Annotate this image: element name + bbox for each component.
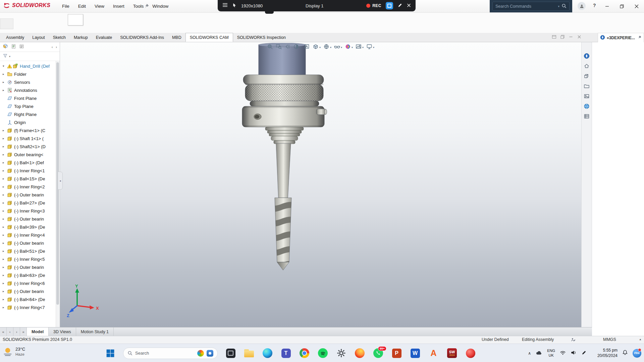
expand-arrow-icon[interactable]: ▸ xyxy=(3,161,7,164)
expand-arrow-icon[interactable]: ▾ xyxy=(3,64,7,68)
ribbon-tab-solidworks-add-ins[interactable]: SOLIDWORKS Add-Ins xyxy=(116,33,168,42)
taskbar-search[interactable]: Search xyxy=(123,348,218,359)
display-style-button[interactable]: ▾ xyxy=(323,44,331,51)
capture-area-button[interactable] xyxy=(386,2,393,9)
tree-item-ball-1-def[interactable]: ▸(-) Ball<1> (Def xyxy=(0,159,56,167)
expand-arrow-icon[interactable]: ▸ xyxy=(3,241,7,245)
tree-item-outer-bearing[interactable]: ▸Outer bearing< xyxy=(0,150,56,159)
draw-pencil-icon[interactable] xyxy=(397,3,402,9)
taskpane-3dexperience-tab[interactable]: «3DEXPERIE... xyxy=(598,33,644,42)
network-icon[interactable] xyxy=(560,350,566,357)
chevron-down-icon[interactable]: ▾ xyxy=(330,46,331,49)
image-icon[interactable] xyxy=(584,93,590,99)
expand-arrow-icon[interactable]: ▸ xyxy=(3,201,7,204)
tree-item-sensors[interactable]: ▸Sensors xyxy=(0,78,56,86)
ribbon-tab-solidworks-inspection[interactable]: SOLIDWORKS Inspection xyxy=(233,33,290,42)
close-recorder-icon[interactable] xyxy=(407,3,411,9)
restore-button[interactable] xyxy=(614,0,629,12)
appearance-button[interactable]: ▾ xyxy=(345,44,353,51)
chevron-down-icon[interactable]: ▾ xyxy=(362,46,364,49)
chevron-down-icon[interactable]: ▾ xyxy=(300,46,301,49)
tab-scroll-first[interactable]: « xyxy=(0,327,7,336)
tree-item-ball-39-de[interactable]: ▸(-) Ball<39> (De xyxy=(0,223,56,231)
tree-item-outer-bearin[interactable]: ▸(-) Outer bearin xyxy=(0,239,56,247)
ribbon-tab-mbd[interactable]: MBD xyxy=(168,33,185,42)
tab-scroll-last[interactable]: » xyxy=(20,327,27,336)
screenshot-tool-icon[interactable] xyxy=(225,348,236,359)
edge-icon[interactable] xyxy=(262,348,273,359)
chevron-down-icon[interactable]: ▾ xyxy=(373,46,374,49)
recorder-icon[interactable] xyxy=(465,348,476,359)
pin-icon[interactable] xyxy=(144,3,149,10)
tab-3d-views[interactable]: 3D Views xyxy=(49,327,76,336)
chevron-down-icon[interactable]: ▾ xyxy=(319,46,321,49)
list-icon[interactable] xyxy=(584,113,590,119)
tree-item-f-frame-1-c[interactable]: ▸(f) Frame<1> (C xyxy=(0,126,56,134)
expand-arrow-icon[interactable]: ▸ xyxy=(3,185,7,188)
tree-item-top-plane[interactable]: Top Plane xyxy=(0,102,56,110)
tree-item-folder[interactable]: ▸Folder xyxy=(0,70,56,78)
expand-arrow-icon[interactable]: ▸ xyxy=(3,290,7,293)
hand-drill-model[interactable] xyxy=(235,43,335,274)
graphics-viewport[interactable]: ▾▾▾▾▾▾▾ Y X Z xyxy=(60,42,581,327)
tree-item-outer-bearin[interactable]: ▸(-) Outer bearin xyxy=(0,263,56,271)
configurationmanager-tab-icon[interactable] xyxy=(19,44,24,50)
filter-icon[interactable] xyxy=(3,53,8,60)
expand-arrow-icon[interactable]: ▸ xyxy=(3,282,7,285)
menu-insert[interactable]: Insert xyxy=(110,3,127,10)
zoom-area-button[interactable] xyxy=(276,44,282,51)
expand-arrow-icon[interactable]: ▸ xyxy=(3,249,7,253)
tree-item-outer-bearin[interactable]: ▸(-) Outer bearin xyxy=(0,191,56,199)
ribbon-tab-evaluate[interactable]: Evaluate xyxy=(92,33,116,42)
cascade-panel-icon[interactable] xyxy=(560,35,565,41)
featuremanager-tree-tab-icon[interactable] xyxy=(3,44,8,50)
tree-item-inner-ring-2[interactable]: ▸(-) Inner Ring<2 xyxy=(0,183,56,191)
expand-arrow-icon[interactable]: ▸ xyxy=(3,217,7,221)
tree-scrollbar[interactable] xyxy=(56,61,60,327)
close-panel-icon[interactable] xyxy=(577,35,582,41)
section-view-button[interactable]: ▾ xyxy=(293,44,301,51)
expand-arrow-icon[interactable]: ▸ xyxy=(3,306,7,309)
tree-item-ball-64-de[interactable]: ▸(-) Ball<64> (De xyxy=(0,295,56,303)
recorder-display-label[interactable]: Display 1 xyxy=(306,3,323,8)
expand-arrow-icon[interactable]: ▸ xyxy=(3,137,7,140)
tree-item-annotations[interactable]: ▸Annotations xyxy=(0,86,56,94)
expand-arrow-icon[interactable]: ▸ xyxy=(3,265,7,269)
expand-arrow-icon[interactable]: ▸ xyxy=(3,153,7,156)
search-highlight-icon[interactable] xyxy=(197,350,204,357)
tree-item-inner-ring-1[interactable]: ▸(-) Inner Ring<1 xyxy=(0,167,56,175)
tab-scroll-next[interactable]: › xyxy=(13,327,20,336)
tree-item-hand-drill-def[interactable]: ▾Hand_Drill (Def xyxy=(0,62,56,70)
hide-show-button[interactable]: ▾ xyxy=(334,44,342,51)
whatsapp-icon[interactable]: 99+ xyxy=(373,348,384,359)
expand-arrow-icon[interactable]: ▸ xyxy=(3,145,7,148)
powerpoint-icon[interactable]: P xyxy=(391,348,402,359)
tree-item-right-plane[interactable]: Right Plane xyxy=(0,110,56,118)
floating-toolbar-box[interactable] xyxy=(68,14,83,25)
menu-file[interactable]: File xyxy=(59,3,72,10)
volume-icon[interactable] xyxy=(571,350,577,357)
tree-item-front-plane[interactable]: Front Plane xyxy=(0,94,56,102)
dynamic-annotation-button[interactable] xyxy=(304,44,310,51)
expand-arrow-icon[interactable]: ▸ xyxy=(3,72,7,76)
help-button[interactable]: ? xyxy=(593,3,596,8)
expand-arrow-icon[interactable]: ▸ xyxy=(3,257,7,261)
menu-edit[interactable]: Edit xyxy=(75,3,89,10)
tree-item-shaft-1-1[interactable]: ▸(-) Shaft 1<1> ( xyxy=(0,134,56,142)
chevron-down-icon[interactable]: ▾ xyxy=(352,46,353,49)
tree-item-shaft2-1-d[interactable]: ▸(-) Shaft2<1> (D xyxy=(0,142,56,150)
expand-arrow-icon[interactable]: ▸ xyxy=(3,169,7,172)
globe-icon[interactable] xyxy=(584,103,590,109)
ribbon-tab-markup[interactable]: Markup xyxy=(70,33,92,42)
recorder-tray-badge[interactable]: PRE xyxy=(633,349,641,358)
pin-panel-icon[interactable] xyxy=(638,35,642,40)
panel-tab-next-icon[interactable]: › xyxy=(56,45,57,49)
minimize-button[interactable] xyxy=(600,0,614,12)
previous-view-button[interactable] xyxy=(284,44,290,51)
weather-widget[interactable]: 23°C Haze xyxy=(3,346,25,357)
components-icon[interactable] xyxy=(584,73,590,79)
expand-arrow-icon[interactable]: ▸ xyxy=(3,177,7,180)
language-indicator[interactable]: ENG UK xyxy=(547,349,555,357)
spotify-icon[interactable] xyxy=(317,348,328,359)
tree-item-origin[interactable]: Origin xyxy=(0,118,56,126)
